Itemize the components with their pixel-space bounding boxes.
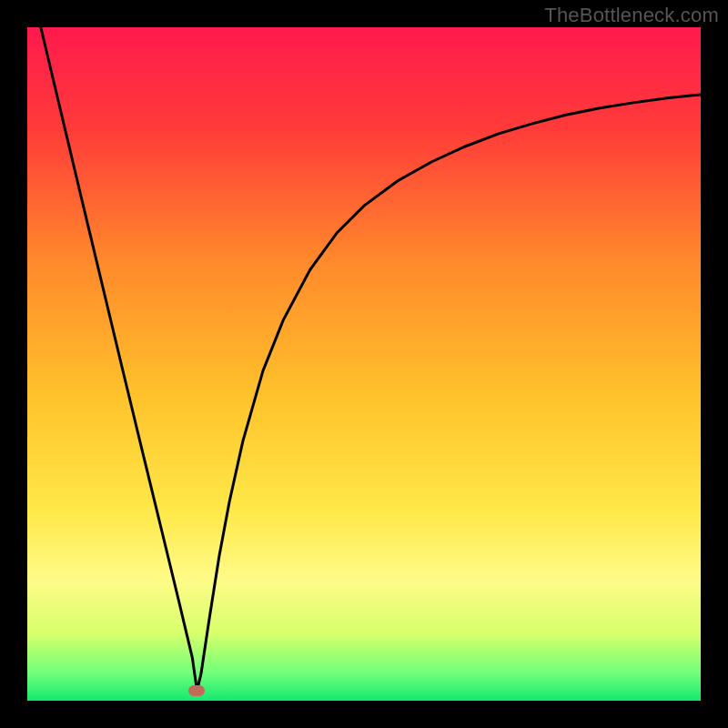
curve-path [41, 27, 701, 691]
chart-frame: TheBottleneck.com [0, 0, 728, 728]
watermark-text: TheBottleneck.com [544, 4, 719, 27]
minimum-marker [188, 685, 205, 696]
bottleneck-curve [27, 27, 701, 701]
